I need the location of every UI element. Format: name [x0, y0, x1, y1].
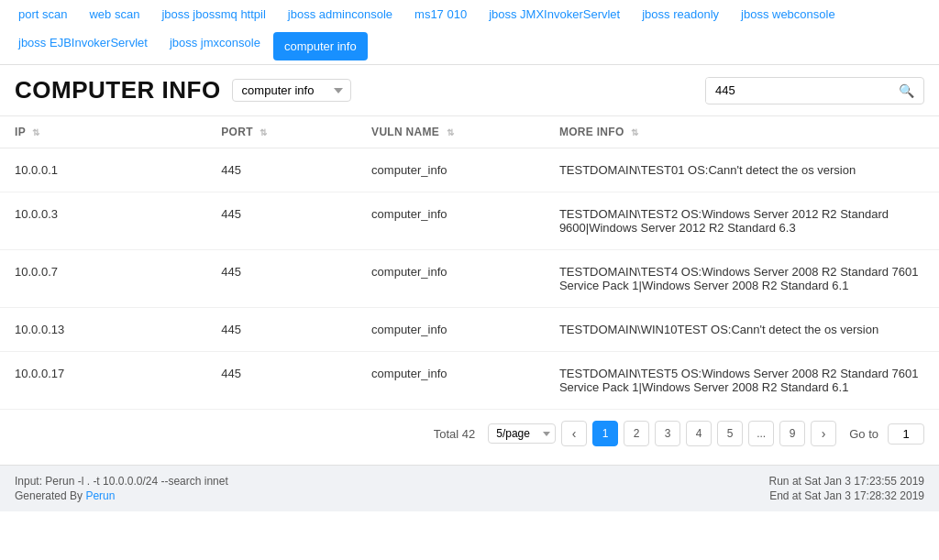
cell-ip-3: 10.0.0.13 [0, 308, 206, 352]
cell-more_info-2: TESTDOMAIN\TEST4 OS:Windows Server 2008 … [545, 250, 939, 308]
cell-ip-2: 10.0.0.7 [0, 250, 206, 308]
table-row: 10.0.0.7445computer_infoTESTDOMAIN\TEST4… [0, 250, 939, 308]
page-buttons: 12345...9 [592, 421, 805, 446]
nav-tab-jboss-jmxconsole[interactable]: jboss jmxconsole [159, 28, 271, 64]
page-ellipsis[interactable]: ... [748, 421, 774, 446]
cell-port-3: 445 [206, 308, 357, 352]
table-row: 10.0.0.1445computer_infoTESTDOMAIN\TEST0… [0, 148, 939, 192]
footer-generated-by: Generated By Perun [15, 489, 228, 502]
page-btn-5[interactable]: 5 [717, 421, 743, 446]
cell-more_info-1: TESTDOMAIN\TEST2 OS:Windows Server 2012 … [545, 192, 939, 250]
footer-input-cmd: Input: Perun -l . -t 10.0.0.0/24 --searc… [15, 475, 228, 488]
footer-run-at: Run at Sat Jan 3 17:23:55 2019 [769, 475, 924, 488]
page-title: COMPUTER INFO [15, 76, 221, 104]
cell-more_info-0: TESTDOMAIN\TEST01 OS:Cann't detect the o… [545, 148, 939, 192]
footer: Input: Perun -l . -t 10.0.0.0/24 --searc… [0, 465, 939, 511]
vuln-type-dropdown[interactable]: computer infoport scanweb scan [232, 79, 351, 102]
nav-tab-web-scan[interactable]: web scan [78, 0, 150, 28]
table-header-row: IP ⇅ PORT ⇅ VULN NAME ⇅ MORE INFO ⇅ [0, 116, 939, 148]
cell-more_info-4: TESTDOMAIN\TEST5 OS:Windows Server 2008 … [545, 352, 939, 410]
search-box: 🔍 [705, 77, 924, 104]
nav-tab-jboss-webconsole[interactable]: jboss webconsole [730, 0, 846, 28]
pagination-row: Total 42 5/page10/page20/page50/page ‹ 1… [0, 410, 939, 457]
table-row: 10.0.0.3445computer_infoTESTDOMAIN\TEST2… [0, 192, 939, 250]
cell-vuln_name-3: computer_info [357, 308, 545, 352]
search-button[interactable]: 🔍 [889, 78, 923, 104]
header-row: COMPUTER INFO computer infoport scanweb … [0, 65, 939, 115]
nav-tab-port-scan[interactable]: port scan [7, 0, 78, 28]
page-btn-3[interactable]: 3 [655, 421, 680, 446]
cell-more_info-3: TESTDOMAIN\WIN10TEST OS:Cann't detect th… [545, 308, 939, 352]
page-size-select[interactable]: 5/page10/page20/page50/page [488, 423, 556, 444]
col-header-more[interactable]: MORE INFO ⇅ [545, 116, 939, 148]
cell-port-2: 445 [206, 250, 357, 308]
sort-icon-port: ⇅ [260, 127, 267, 137]
cell-ip-0: 10.0.0.1 [0, 148, 206, 192]
page-btn-4[interactable]: 4 [686, 421, 712, 446]
goto-input[interactable] [888, 423, 924, 445]
col-header-vuln[interactable]: VULN NAME ⇅ [357, 116, 545, 148]
nav-tab-jboss-adminconsole[interactable]: jboss adminconsole [277, 0, 403, 28]
col-header-ip[interactable]: IP ⇅ [0, 116, 206, 148]
goto-label: Go to [849, 427, 878, 441]
cell-vuln_name-0: computer_info [357, 148, 545, 192]
results-table: IP ⇅ PORT ⇅ VULN NAME ⇅ MORE INFO ⇅ 10.0… [0, 115, 939, 410]
table-row: 10.0.0.13445computer_infoTESTDOMAIN\WIN1… [0, 308, 939, 352]
col-header-port[interactable]: PORT ⇅ [206, 116, 357, 148]
sort-icon-vuln: ⇅ [447, 127, 454, 137]
nav-tab-jboss-EJBInvokerServlet[interactable]: jboss EJBInvokerServlet [7, 28, 159, 64]
sort-icon-more: ⇅ [631, 127, 638, 137]
nav-tab-ms17-010[interactable]: ms17 010 [403, 0, 478, 28]
cell-ip-4: 10.0.0.17 [0, 352, 206, 410]
search-input[interactable] [706, 78, 889, 103]
table-container: IP ⇅ PORT ⇅ VULN NAME ⇅ MORE INFO ⇅ 10.0… [0, 115, 939, 410]
nav-tabs: port scanweb scanjboss jbossmq httpiljbo… [0, 0, 939, 65]
sort-icon-ip: ⇅ [32, 127, 39, 137]
table-row: 10.0.0.17445computer_infoTESTDOMAIN\TEST… [0, 352, 939, 410]
cell-vuln_name-2: computer_info [357, 250, 545, 308]
pagination-total: Total 42 [434, 427, 476, 441]
footer-end-at: End at Sat Jan 3 17:28:32 2019 [769, 489, 924, 502]
footer-left: Input: Perun -l . -t 10.0.0.0/24 --searc… [15, 475, 228, 502]
prev-page-button[interactable]: ‹ [561, 421, 587, 446]
page-btn-9[interactable]: 9 [779, 421, 805, 446]
nav-tab-jboss-JMXInvokerServlet[interactable]: jboss JMXInvokerServlet [478, 0, 631, 28]
page-btn-1[interactable]: 1 [592, 421, 618, 446]
nav-tab-jboss-readonly[interactable]: jboss readonly [631, 0, 730, 28]
cell-port-4: 445 [206, 352, 357, 410]
cell-port-1: 445 [206, 192, 357, 250]
next-page-button[interactable]: › [811, 421, 836, 446]
nav-tab-computer-info[interactable]: computer info [273, 32, 368, 60]
footer-perun-link[interactable]: Perun [85, 489, 115, 502]
cell-ip-1: 10.0.0.3 [0, 192, 206, 250]
page-btn-2[interactable]: 2 [624, 421, 649, 446]
nav-tab-jboss-jbossmq-httpil[interactable]: jboss jbossmq httpil [150, 0, 276, 28]
cell-vuln_name-1: computer_info [357, 192, 545, 250]
cell-port-0: 445 [206, 148, 357, 192]
cell-vuln_name-4: computer_info [357, 352, 545, 410]
footer-right: Run at Sat Jan 3 17:23:55 2019 End at Sa… [769, 475, 924, 502]
